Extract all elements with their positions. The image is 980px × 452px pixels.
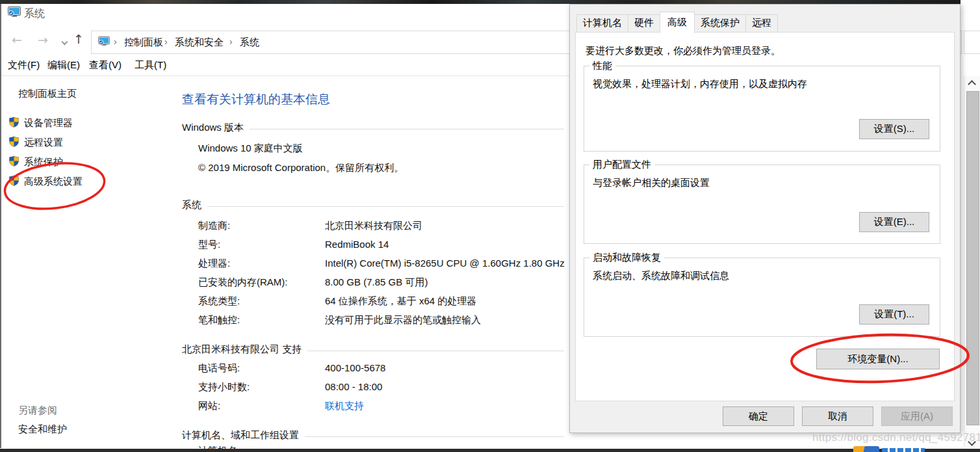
group-title: 启动和故障恢复 — [589, 252, 664, 264]
tab-system-protection[interactable]: 系统保护 — [694, 14, 746, 33]
row-value-model: RedmiBook 14 — [325, 239, 389, 250]
row-label-pen-touch: 笔和触控: — [198, 314, 240, 326]
row-value-ram: 8.00 GB (7.85 GB 可用) — [325, 276, 428, 289]
up-arrow-icon[interactable]: ↑ — [73, 33, 84, 46]
group-description: 与登录帐户相关的桌面设置 — [593, 177, 710, 189]
section-title: 系统 — [182, 199, 201, 211]
menu-tools[interactable]: 工具(T) — [135, 59, 166, 72]
row-value-manufacturer: 北京田米科技有限公司 — [325, 220, 422, 232]
row-value-support-hours: 08:00 - 18:00 — [325, 381, 382, 392]
sidebar-item-security-maintenance[interactable]: 安全和维护 — [18, 423, 67, 436]
tab-hardware[interactable]: 硬件 — [628, 14, 660, 33]
sidebar-item-system-protection[interactable]: 系统保护 — [24, 156, 63, 168]
computer-icon — [8, 7, 21, 20]
computer-icon — [98, 36, 110, 49]
section-header-computer-name: 计算机名、域和工作组设置 — [182, 429, 564, 442]
section-title: 计算机名、域和工作组设置 — [182, 429, 299, 442]
row-label-model: 型号: — [198, 239, 220, 251]
group-description: 系统启动、系统故障和调试信息 — [593, 270, 729, 282]
section-rule — [250, 129, 564, 129]
tab-remote[interactable]: 远程 — [745, 14, 778, 33]
row-label-manufacturer: 制造商: — [198, 220, 230, 232]
breadcrumb-control-panel[interactable]: 控制面板 — [124, 36, 163, 49]
section-rule — [207, 206, 564, 207]
menu-view[interactable]: 查看(V) — [89, 59, 122, 72]
window-left-border — [0, 4, 1, 448]
watermark-text: https://blog.csdn.net/qq_45927819 — [812, 431, 980, 444]
section-header-system: 系统 — [182, 199, 564, 211]
page-title: 查看有关计算机的基本信息 — [182, 91, 330, 108]
group-description: 视觉效果，处理器计划，内存使用，以及虚拟内存 — [593, 78, 807, 90]
environment-variables-button[interactable]: 环境变量(N)... — [816, 349, 940, 369]
chevron-up-icon[interactable] — [968, 80, 976, 88]
dialog-tab-bar: 计算机名 硬件 高级 系统保护 远程 — [576, 12, 777, 33]
section-header-windows-version: Windows 版本 — [182, 122, 564, 134]
row-value-processor: Intel(R) Core(TM) i5-8265U CPU @ 1.60GHz… — [325, 258, 565, 269]
group-startup-recovery: 启动和故障恢复 系统启动、系统故障和调试信息 设置(T)... — [584, 258, 940, 337]
admin-note: 要进行大多数更改，你必须作为管理员登录。 — [586, 45, 780, 57]
section-header-support: 北京田米科技有限公司 支持 — [182, 343, 564, 356]
system-properties-dialog: 计算机名 硬件 高级 系统保护 远程 要进行大多数更改，你必须作为管理员登录。 … — [569, 4, 961, 433]
breadcrumb-chevron-icon: › — [114, 36, 117, 47]
back-arrow-icon[interactable]: ← — [12, 34, 22, 46]
sidebar-item-remote-settings[interactable]: 远程设置 — [24, 137, 63, 149]
screenshot-canvas: 系统 ← → ↑ › 控制面板 › 系统和安全 › 系统 文件(F) 编辑(E)… — [0, 0, 980, 452]
uac-shield-icon — [8, 116, 19, 130]
window-title: 系统 — [24, 7, 45, 21]
forward-arrow-icon[interactable]: → — [38, 34, 48, 46]
sidebar-item-home[interactable]: 控制面板主页 — [18, 88, 77, 100]
startup-recovery-settings-button[interactable]: 设置(T)... — [859, 304, 929, 325]
tab-computer-name[interactable]: 计算机名 — [576, 14, 628, 33]
section-title: Windows 版本 — [182, 122, 244, 134]
breadcrumb-chevron-icon: › — [229, 36, 233, 47]
row-value-phone: 400-100-5678 — [325, 362, 385, 373]
chevron-down-icon[interactable] — [62, 39, 68, 46]
scrollbar-thumb[interactable] — [966, 91, 979, 425]
row-value-pen-touch: 没有可用于此显示器的笔或触控输入 — [325, 314, 481, 326]
ok-button[interactable]: 确定 — [723, 406, 794, 426]
group-performance: 性能 视觉效果，处理器计划，内存使用，以及虚拟内存 设置(S)... — [584, 66, 940, 152]
section-rule — [307, 351, 564, 351]
menu-edit[interactable]: 编辑(E) — [47, 59, 80, 72]
breadcrumb-system-security[interactable]: 系统和安全 — [175, 36, 224, 49]
uac-shield-icon — [8, 136, 19, 150]
online-support-link[interactable]: 联机支持 — [325, 400, 364, 412]
row-label-processor: 处理器: — [198, 258, 230, 270]
menu-file[interactable]: 文件(F) — [8, 59, 40, 72]
cancel-button[interactable]: 取消 — [802, 406, 873, 426]
breadcrumb-chevron-icon: › — [164, 36, 168, 47]
taskbar-icon-fragment — [853, 446, 879, 452]
group-title: 用户配置文件 — [589, 159, 654, 171]
uac-shield-icon — [8, 175, 19, 189]
row-label-ram: 已安装的内存(RAM): — [198, 276, 288, 289]
windows-edition-text: Windows 10 家庭中文版 — [198, 142, 303, 155]
row-label-system-type: 系统类型: — [198, 295, 240, 308]
bottom-edge-strip — [0, 449, 980, 452]
see-also-header: 另请参阅 — [18, 405, 57, 417]
apply-button[interactable]: 应用(A) — [881, 406, 953, 426]
user-profiles-settings-button[interactable]: 设置(E)... — [859, 212, 929, 232]
group-title: 性能 — [589, 60, 615, 72]
row-label-phone: 电话号码: — [198, 362, 240, 375]
copyright-text: © 2019 Microsoft Corporation。保留所有权利。 — [198, 162, 404, 174]
section-title: 北京田米科技有限公司 支持 — [182, 343, 302, 356]
sidebar-item-advanced-system-settings[interactable]: 高级系统设置 — [24, 176, 83, 188]
vertical-scrollbar[interactable] — [964, 76, 980, 447]
search-box-sliver[interactable] — [964, 31, 980, 54]
tab-advanced[interactable]: 高级 — [660, 12, 695, 33]
row-label-website: 网站: — [198, 400, 220, 412]
performance-settings-button[interactable]: 设置(S)... — [859, 119, 929, 139]
section-rule — [305, 436, 564, 437]
group-user-profiles: 用户配置文件 与登录帐户相关的桌面设置 设置(E)... — [584, 165, 940, 244]
row-label-support-hours: 支持小时数: — [198, 381, 250, 393]
sidebar-item-device-manager[interactable]: 设备管理器 — [24, 117, 73, 129]
row-value-system-type: 64 位操作系统，基于 x64 的处理器 — [325, 295, 476, 308]
breadcrumb-system[interactable]: 系统 — [240, 36, 259, 49]
taskbar-text-fragment — [882, 448, 925, 452]
uac-shield-icon — [8, 155, 19, 169]
